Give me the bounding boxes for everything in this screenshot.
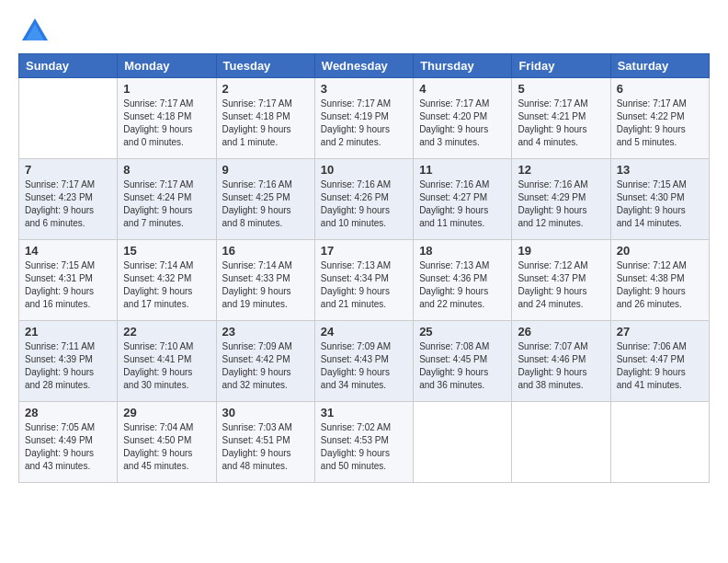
- cell-content: Sunrise: 7:15 AMSunset: 4:31 PMDaylight:…: [25, 259, 111, 311]
- calendar-cell: 21Sunrise: 7:11 AMSunset: 4:39 PMDayligh…: [19, 321, 118, 402]
- calendar-cell: 9Sunrise: 7:16 AMSunset: 4:25 PMDaylight…: [216, 159, 314, 240]
- cell-content: Sunrise: 7:17 AMSunset: 4:21 PMDaylight:…: [518, 98, 604, 149]
- cell-content: Sunrise: 7:16 AMSunset: 4:26 PMDaylight:…: [321, 178, 407, 230]
- day-number: 6: [617, 82, 703, 96]
- header: [18, 15, 710, 48]
- cell-content: Sunrise: 7:17 AMSunset: 4:19 PMDaylight:…: [321, 98, 407, 149]
- day-number: 12: [518, 163, 604, 177]
- calendar-cell: 12Sunrise: 7:16 AMSunset: 4:29 PMDayligh…: [512, 159, 610, 240]
- cell-content: Sunrise: 7:15 AMSunset: 4:30 PMDaylight:…: [617, 178, 703, 230]
- cell-content: Sunrise: 7:02 AMSunset: 4:53 PMDaylight:…: [321, 421, 407, 473]
- calendar-cell: 11Sunrise: 7:16 AMSunset: 4:27 PMDayligh…: [414, 159, 512, 240]
- day-number: 19: [518, 244, 604, 258]
- day-number: 28: [25, 406, 111, 419]
- cell-content: Sunrise: 7:11 AMSunset: 4:39 PMDaylight:…: [25, 340, 111, 392]
- cell-content: Sunrise: 7:17 AMSunset: 4:24 PMDaylight:…: [123, 178, 210, 230]
- day-number: 18: [419, 244, 506, 258]
- day-number: 26: [518, 325, 604, 339]
- weekday-header: Friday: [512, 54, 610, 78]
- calendar-week-row: 7Sunrise: 7:17 AMSunset: 4:23 PMDaylight…: [19, 159, 710, 240]
- cell-content: Sunrise: 7:05 AMSunset: 4:49 PMDaylight:…: [25, 421, 111, 473]
- calendar-cell: 3Sunrise: 7:17 AMSunset: 4:19 PMDaylight…: [314, 78, 413, 159]
- day-number: 9: [222, 163, 309, 177]
- calendar-cell: 30Sunrise: 7:03 AMSunset: 4:51 PMDayligh…: [216, 402, 314, 483]
- calendar-week-row: 1Sunrise: 7:17 AMSunset: 4:18 PMDaylight…: [19, 78, 710, 159]
- calendar-cell: 31Sunrise: 7:02 AMSunset: 4:53 PMDayligh…: [314, 402, 413, 483]
- cell-content: Sunrise: 7:06 AMSunset: 4:47 PMDaylight:…: [617, 340, 703, 392]
- calendar-cell: 13Sunrise: 7:15 AMSunset: 4:30 PMDayligh…: [610, 159, 709, 240]
- cell-content: Sunrise: 7:17 AMSunset: 4:23 PMDaylight:…: [25, 178, 111, 230]
- cell-content: Sunrise: 7:08 AMSunset: 4:45 PMDaylight:…: [419, 340, 506, 392]
- calendar-cell: 18Sunrise: 7:13 AMSunset: 4:36 PMDayligh…: [414, 240, 512, 321]
- calendar-cell: 4Sunrise: 7:17 AMSunset: 4:20 PMDaylight…: [414, 78, 512, 159]
- day-number: 29: [123, 406, 210, 419]
- weekday-header: Sunday: [19, 54, 118, 78]
- calendar-cell: 14Sunrise: 7:15 AMSunset: 4:31 PMDayligh…: [19, 240, 118, 321]
- cell-content: Sunrise: 7:09 AMSunset: 4:42 PMDaylight:…: [222, 340, 309, 392]
- weekday-row: SundayMondayTuesdayWednesdayThursdayFrid…: [19, 54, 710, 78]
- day-number: 31: [321, 406, 407, 419]
- calendar-header: SundayMondayTuesdayWednesdayThursdayFrid…: [19, 54, 710, 78]
- day-number: 25: [419, 325, 506, 339]
- weekday-header: Saturday: [610, 54, 709, 78]
- weekday-header: Wednesday: [314, 54, 413, 78]
- cell-content: Sunrise: 7:04 AMSunset: 4:50 PMDaylight:…: [123, 421, 210, 473]
- calendar-week-row: 21Sunrise: 7:11 AMSunset: 4:39 PMDayligh…: [19, 321, 710, 402]
- day-number: 23: [222, 325, 309, 339]
- day-number: 3: [321, 82, 407, 96]
- calendar-cell: 10Sunrise: 7:16 AMSunset: 4:26 PMDayligh…: [314, 159, 413, 240]
- calendar-cell: 16Sunrise: 7:14 AMSunset: 4:33 PMDayligh…: [216, 240, 314, 321]
- logo: [18, 15, 55, 48]
- calendar-cell: 26Sunrise: 7:07 AMSunset: 4:46 PMDayligh…: [512, 321, 610, 402]
- calendar-cell: 7Sunrise: 7:17 AMSunset: 4:23 PMDaylight…: [19, 159, 118, 240]
- day-number: 11: [419, 163, 506, 177]
- day-number: 24: [321, 325, 407, 339]
- cell-content: Sunrise: 7:14 AMSunset: 4:32 PMDaylight:…: [123, 259, 210, 311]
- calendar-cell: 24Sunrise: 7:09 AMSunset: 4:43 PMDayligh…: [314, 321, 413, 402]
- calendar-cell: 20Sunrise: 7:12 AMSunset: 4:38 PMDayligh…: [610, 240, 709, 321]
- day-number: 20: [617, 244, 703, 258]
- cell-content: Sunrise: 7:17 AMSunset: 4:18 PMDaylight:…: [222, 98, 309, 149]
- day-number: 21: [25, 325, 111, 339]
- weekday-header: Tuesday: [216, 54, 314, 78]
- logo-icon: [18, 15, 51, 48]
- calendar-cell: 17Sunrise: 7:13 AMSunset: 4:34 PMDayligh…: [314, 240, 413, 321]
- cell-content: Sunrise: 7:07 AMSunset: 4:46 PMDaylight:…: [518, 340, 604, 392]
- day-number: 14: [25, 244, 111, 258]
- calendar-cell: [512, 402, 610, 483]
- cell-content: Sunrise: 7:16 AMSunset: 4:25 PMDaylight:…: [222, 178, 309, 230]
- weekday-header: Monday: [118, 54, 216, 78]
- day-number: 2: [222, 82, 309, 96]
- day-number: 15: [123, 244, 210, 258]
- cell-content: Sunrise: 7:17 AMSunset: 4:18 PMDaylight:…: [123, 98, 210, 149]
- day-number: 13: [617, 163, 703, 177]
- calendar-cell: 27Sunrise: 7:06 AMSunset: 4:47 PMDayligh…: [610, 321, 709, 402]
- page-container: SundayMondayTuesdayWednesdayThursdayFrid…: [0, 0, 728, 492]
- day-number: 7: [25, 163, 111, 177]
- calendar-cell: 8Sunrise: 7:17 AMSunset: 4:24 PMDaylight…: [118, 159, 216, 240]
- cell-content: Sunrise: 7:09 AMSunset: 4:43 PMDaylight:…: [321, 340, 407, 392]
- cell-content: Sunrise: 7:13 AMSunset: 4:36 PMDaylight:…: [419, 259, 506, 311]
- day-number: 10: [321, 163, 407, 177]
- day-number: 5: [518, 82, 604, 96]
- calendar-table: SundayMondayTuesdayWednesdayThursdayFrid…: [18, 53, 710, 483]
- cell-content: Sunrise: 7:10 AMSunset: 4:41 PMDaylight:…: [123, 340, 210, 392]
- calendar-cell: 19Sunrise: 7:12 AMSunset: 4:37 PMDayligh…: [512, 240, 610, 321]
- weekday-header: Thursday: [414, 54, 512, 78]
- cell-content: Sunrise: 7:13 AMSunset: 4:34 PMDaylight:…: [321, 259, 407, 311]
- calendar-body: 1Sunrise: 7:17 AMSunset: 4:18 PMDaylight…: [19, 78, 710, 483]
- day-number: 1: [123, 82, 210, 96]
- cell-content: Sunrise: 7:17 AMSunset: 4:20 PMDaylight:…: [419, 98, 506, 149]
- cell-content: Sunrise: 7:12 AMSunset: 4:38 PMDaylight:…: [617, 259, 703, 311]
- calendar-cell: 22Sunrise: 7:10 AMSunset: 4:41 PMDayligh…: [118, 321, 216, 402]
- calendar-cell: [19, 78, 118, 159]
- day-number: 22: [123, 325, 210, 339]
- cell-content: Sunrise: 7:17 AMSunset: 4:22 PMDaylight:…: [617, 98, 703, 149]
- calendar-cell: 28Sunrise: 7:05 AMSunset: 4:49 PMDayligh…: [19, 402, 118, 483]
- cell-content: Sunrise: 7:12 AMSunset: 4:37 PMDaylight:…: [518, 259, 604, 311]
- day-number: 4: [419, 82, 506, 96]
- day-number: 8: [123, 163, 210, 177]
- calendar-cell: 15Sunrise: 7:14 AMSunset: 4:32 PMDayligh…: [118, 240, 216, 321]
- cell-content: Sunrise: 7:14 AMSunset: 4:33 PMDaylight:…: [222, 259, 309, 311]
- day-number: 16: [222, 244, 309, 258]
